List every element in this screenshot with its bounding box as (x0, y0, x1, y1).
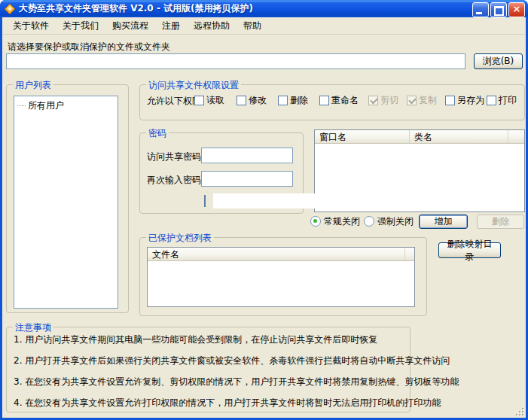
force-close-label: 强制关闭 (377, 215, 414, 228)
tree-line-icon (17, 105, 26, 106)
app-window: 大势至共享文件夹管理软件 V2.0 - 试用版(禁用拷贝保护) × 关于软件 关… (0, 0, 528, 420)
modify-checkbox[interactable] (237, 96, 246, 105)
note-line-1: 1. 用户访问共享文件期间其电脑一些功能可能会受到限制，在停止访问共享文件后即时… (14, 333, 377, 346)
delete-window-button: 删除 (477, 215, 524, 229)
perm-item-modify: 修改 (237, 94, 267, 106)
force-close-option[interactable]: 强制关闭 (364, 216, 414, 227)
path-input[interactable] (6, 53, 465, 69)
column-file-name[interactable]: 文件名 (148, 248, 405, 260)
close-button[interactable]: × (508, 2, 525, 17)
resize-grip-icon[interactable] (515, 407, 524, 416)
window-class-list-header: 窗口名 类名 (315, 130, 524, 144)
window-class-listview[interactable]: 窗口名 类名 (314, 129, 525, 212)
perm-item-print: 打印 (487, 94, 517, 106)
tree-item-label: 所有用户 (28, 99, 64, 112)
close-icon: × (509, 3, 524, 15)
perm-item-rename: 重命名 (319, 94, 359, 106)
window-title: 大势至共享文件夹管理软件 V2.0 - 试用版(禁用拷贝保护) (19, 2, 253, 15)
menu-bar: 关于软件 关于我们 购买流程 注册 远程协助 帮助 (2, 18, 526, 35)
protected-docs-list-body[interactable] (148, 261, 414, 307)
window-class-list-body[interactable] (315, 144, 524, 212)
permissions-lead-label: 允许以下权限 (147, 95, 201, 108)
read-label: 读取 (206, 94, 224, 107)
access-password-label: 访问共享密码 (147, 151, 201, 163)
user-list-group-title: 用户列表 (13, 79, 53, 92)
delete-checkbox[interactable] (278, 96, 288, 105)
copy-checkbox (407, 96, 417, 105)
delete-mapping-button[interactable]: 删除映射目录 (438, 242, 501, 258)
permissions-group-title: 访问共享文件权限设置 (146, 79, 241, 92)
rename-checkbox[interactable] (319, 96, 329, 105)
cut-checkbox (368, 96, 378, 105)
copy-label: 复制 (419, 94, 437, 107)
minimize-icon (476, 12, 482, 14)
force-close-radio[interactable] (364, 216, 374, 227)
normal-close-option[interactable]: 常规关闭 (310, 216, 360, 227)
perm-item-delete: 删除 (278, 94, 308, 106)
menu-about-software[interactable]: 关于软件 (6, 18, 56, 34)
access-password-input[interactable] (201, 148, 293, 163)
maximize-button[interactable] (490, 2, 507, 17)
menu-about-us[interactable]: 关于我们 (56, 18, 105, 34)
minimize-button[interactable] (472, 2, 489, 17)
perm-item-saveas: 另存为 (445, 94, 484, 106)
add-window-button[interactable]: 增加 (419, 215, 468, 229)
menu-remote-assist[interactable]: 远程协助 (187, 18, 237, 34)
protected-docs-group-title: 已保护文档列表 (146, 232, 214, 245)
cut-label: 剪切 (380, 94, 398, 107)
protected-docs-listview[interactable]: 文件名 (147, 247, 415, 307)
title-bar: 大势至共享文件夹管理软件 V2.0 - 试用版(禁用拷贝保护) × (0, 0, 528, 17)
rename-label: 重命名 (331, 94, 359, 107)
print-label: 打印 (499, 94, 517, 107)
user-tree[interactable]: 所有用户 (14, 96, 118, 309)
print-checkbox[interactable] (487, 96, 496, 105)
blank-label-strip (213, 193, 323, 208)
browse-button[interactable]: 浏览(B) (474, 53, 523, 69)
read-checkbox[interactable] (194, 96, 204, 105)
perm-item-cut: 剪切 (368, 94, 398, 106)
column-class-name[interactable]: 类名 (410, 130, 508, 143)
tree-item-all-users[interactable]: 所有用户 (14, 96, 118, 112)
menu-purchase[interactable]: 购买流程 (105, 18, 155, 34)
confirm-password-label: 再次输入密码 (147, 174, 201, 187)
notes-group-title: 注意事项 (13, 321, 53, 334)
protected-docs-list-header: 文件名 (148, 248, 414, 261)
note-line-4: 4. 在您没有为共享文件设置允许打印权限的情况下，用户打开共享文件时将暂时无法启… (14, 397, 441, 409)
perm-item-copy: 复制 (407, 94, 437, 106)
column-window-name[interactable]: 窗口名 (315, 130, 410, 143)
saveas-checkbox[interactable] (445, 96, 455, 105)
normal-close-label: 常规关闭 (324, 215, 360, 228)
note-line-2: 2. 用户打开共享文件后如果强行关闭共享文件窗或被安全软件、杀毒软件强行拦截时将… (14, 355, 450, 367)
modify-label: 修改 (249, 94, 267, 107)
maximize-icon (494, 6, 504, 16)
saveas-label: 另存为 (457, 94, 484, 107)
note-line-3: 3. 在您没有为共享文件设置允许复制、剪切权限的情况下，用户打开共享文件时将禁用… (14, 376, 459, 388)
path-label: 请选择要保护或取消保护的文件或文件夹 (8, 41, 170, 53)
column-filler (405, 248, 414, 260)
app-logo-icon (4, 3, 16, 15)
confirm-password-input[interactable] (201, 171, 293, 187)
password-group-title: 密码 (146, 127, 169, 140)
delete-label: 删除 (290, 94, 308, 107)
column-filler (508, 130, 524, 143)
perm-item-read: 读取 (194, 94, 224, 106)
menu-help[interactable]: 帮助 (237, 18, 268, 34)
password-option-checkbox[interactable] (204, 195, 206, 207)
menu-register[interactable]: 注册 (155, 18, 187, 34)
normal-close-radio[interactable] (310, 216, 321, 227)
